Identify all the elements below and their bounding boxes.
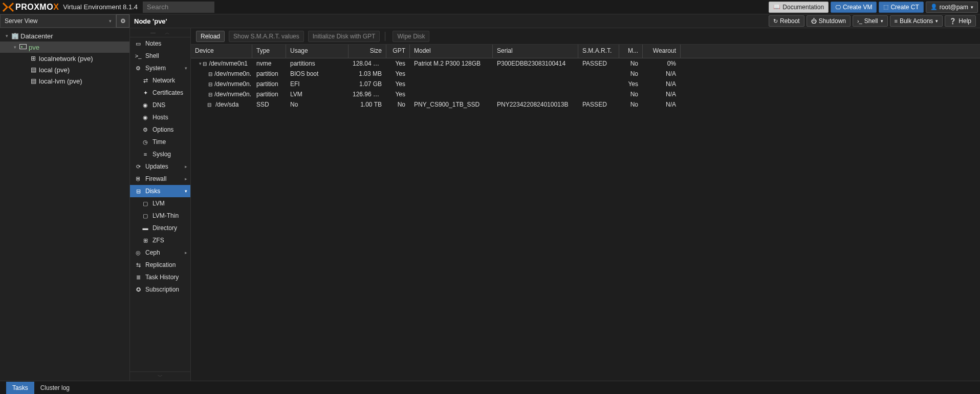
disk-icon: ⊟ [205, 102, 213, 108]
col-mounted[interactable]: M... [619, 45, 643, 58]
disk-icon: ⊟ [208, 92, 212, 97]
wipe-disk-button[interactable]: Wipe Disk [393, 31, 429, 42]
nav-icon: ◉ [141, 114, 149, 121]
disk-row[interactable]: ⊟ /dev/sda SSD No 1.00 TB No PNY_CS900_1… [191, 99, 980, 110]
subnav-syslog[interactable]: ≡Syslog [130, 148, 190, 160]
col-model[interactable]: Model [410, 45, 493, 58]
documentation-button[interactable]: 📖Documentation [769, 2, 829, 13]
nav-icon: ⇆ [134, 262, 142, 268]
nav-icon: ✪ [134, 286, 142, 293]
search-input[interactable] [143, 2, 214, 13]
initialize-gpt-button[interactable]: Initialize Disk with GPT [308, 31, 380, 42]
subnav-lvm[interactable]: ▢LVM [130, 197, 190, 210]
disk-table-header: Device Type Usage Size GPT Model Serial … [191, 45, 980, 58]
create-ct-button[interactable]: ⬚Create CT [879, 2, 923, 13]
nav-icon: ⇄ [141, 77, 149, 84]
gear-icon: ⚙ [120, 17, 126, 25]
disk-icon: ⊟ [208, 71, 212, 77]
tree-node-pve[interactable]: ▾ pve [0, 42, 129, 53]
tab-tasks[interactable]: Tasks [6, 382, 34, 394]
subnav-zfs[interactable]: ⊞ZFS [130, 234, 190, 246]
col-type[interactable]: Type [252, 45, 286, 58]
list-icon: ≡ [895, 18, 898, 24]
subnav-notes[interactable]: ▭Notes [130, 37, 190, 50]
disk-toolbar: Reload Show S.M.A.R.T. values Initialize… [191, 28, 980, 45]
collapse-left-icon: — [150, 30, 156, 35]
subnav-firewall[interactable]: ⛨Firewall▸ [130, 173, 190, 185]
chevron-right-icon: ▸ [185, 250, 187, 255]
nav-icon: ▢ [141, 200, 149, 207]
tree-storage-item[interactable]: ▤local-lvm (pve) [0, 75, 129, 87]
content-header: Node 'pve' ↻Reboot ⏻Shutdown ›_Shell▾ ≡B… [130, 14, 980, 28]
building-icon: 🏢 [10, 32, 19, 39]
chevron-right-icon: ▸ [185, 176, 187, 181]
subnav-ceph[interactable]: ◎Ceph▸ [130, 246, 190, 259]
server-icon [18, 44, 28, 51]
tab-cluster-log[interactable]: Cluster log [34, 382, 76, 394]
subnav-scroll-down[interactable]: ﹀ [130, 371, 190, 381]
bottom-log-bar: Tasks Cluster log [0, 381, 980, 394]
subnav-disks[interactable]: ⊟Disks▾ [130, 185, 190, 197]
subnav-shell[interactable]: >_Shell [130, 50, 190, 62]
nav-icon: ≡ [141, 151, 149, 157]
col-size[interactable]: Size [349, 45, 386, 58]
nav-icon: ◷ [141, 139, 149, 146]
subnav-task-history[interactable]: ≣Task History [130, 271, 190, 283]
terminal-icon: ›_ [857, 18, 862, 24]
col-usage[interactable]: Usage [286, 45, 349, 58]
tree-datacenter[interactable]: ▾ 🏢 Datacenter [0, 30, 129, 42]
subnav-time[interactable]: ◷Time [130, 136, 190, 148]
col-wearout[interactable]: Wearout [643, 45, 681, 58]
tree-storage-item[interactable]: ⊞localnetwork (pve) [0, 53, 129, 64]
disk-row[interactable]: ⊟ /dev/nvme0n... partition LVM 126.96 GB… [191, 89, 980, 99]
subnav-lvm-thin[interactable]: ▢LVM-Thin [130, 210, 190, 222]
topbar: PROXMOX Virtual Environment 8.1.4 📖Docum… [0, 0, 980, 14]
resource-tree: ▾ 🏢 Datacenter ▾ pve ⊞localnetwork (pve)… [0, 28, 129, 381]
reload-button[interactable]: Reload [196, 31, 225, 42]
logo-icon [2, 2, 14, 12]
subnav-updates[interactable]: ⟳Updates▸ [130, 160, 190, 173]
nav-icon: ⊞ [141, 237, 149, 244]
shutdown-button[interactable]: ⏻Shutdown [807, 15, 851, 27]
tree-storage-item[interactable]: ▤local (pve) [0, 64, 129, 75]
subnav-collapse-toggle[interactable]: — ︿ [130, 28, 190, 37]
chevron-down-icon: ▾ [109, 18, 112, 24]
chevron-down-icon: ﹀ [158, 373, 163, 380]
subnav-system[interactable]: ⚙System▾ [130, 62, 190, 74]
shell-button[interactable]: ›_Shell▾ [853, 15, 887, 27]
col-gpt[interactable]: GPT [386, 45, 410, 58]
col-smart[interactable]: S.M.A.R.T. [578, 45, 619, 58]
nav-icon: ◉ [141, 102, 149, 109]
chevron-down-icon: ▾ [881, 18, 883, 24]
col-device[interactable]: Device [191, 45, 252, 58]
disk-row[interactable]: ▾ ⊟ /dev/nvme0n1 nvme partitions 128.04 … [191, 58, 980, 69]
subnav-subscription[interactable]: ✪Subscription [130, 283, 190, 296]
subnav-directory[interactable]: ▬Directory [130, 222, 190, 234]
storage-icon: ▤ [29, 66, 38, 73]
create-vm-button[interactable]: 🖵Create VM [831, 2, 877, 13]
subnav-network[interactable]: ⇄Network [130, 74, 190, 87]
nav-icon: ✦ [141, 90, 149, 96]
disk-row[interactable]: ⊟ /dev/nvme0n... partition BIOS boot 1.0… [191, 69, 980, 79]
view-selector[interactable]: Server View ▾ [0, 14, 116, 28]
show-smart-button[interactable]: Show S.M.A.R.T. values [229, 31, 304, 42]
subnav-options[interactable]: ⚙Options [130, 123, 190, 136]
user-menu[interactable]: 👤root@pam▾ [926, 2, 978, 13]
bulk-actions-button[interactable]: ≡Bulk Actions▾ [890, 15, 943, 27]
version-label: Virtual Environment 8.1.4 [63, 3, 138, 11]
col-serial[interactable]: Serial [493, 45, 578, 58]
reboot-button[interactable]: ↻Reboot [769, 15, 804, 27]
toolbar-separator [385, 32, 385, 41]
subnav-hosts[interactable]: ◉Hosts [130, 111, 190, 123]
cube-icon: ⬚ [883, 4, 888, 10]
subnav-certificates[interactable]: ✦Certificates [130, 87, 190, 99]
nav-icon: ⛨ [134, 176, 142, 182]
power-icon: ⏻ [811, 18, 817, 24]
tree-settings-button[interactable]: ⚙ [116, 14, 129, 28]
subnav-dns[interactable]: ◉DNS [130, 99, 190, 111]
nav-icon: ◎ [134, 250, 142, 256]
subnav-replication[interactable]: ⇆Replication [130, 259, 190, 271]
help-button[interactable]: ❔Help [945, 15, 976, 27]
disk-row[interactable]: ⊟ /dev/nvme0n... partition EFI 1.07 GB Y… [191, 79, 980, 89]
reboot-icon: ↻ [773, 18, 778, 25]
